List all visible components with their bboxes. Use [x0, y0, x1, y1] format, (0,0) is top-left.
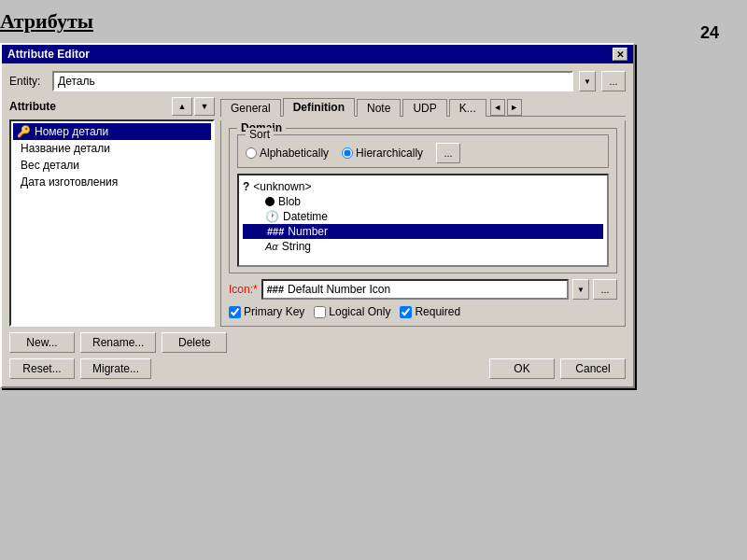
tree-item-datetime-label: Datetime [283, 210, 328, 223]
entity-row: Entity: Деталь ▼ ... [9, 71, 626, 91]
logical-only-checkbox[interactable] [314, 306, 326, 318]
tree-item-string[interactable]: Aα String [243, 239, 603, 254]
entity-label: Entity: [9, 75, 47, 88]
attribute-editor-dialog: Attribute Editor ✕ Entity: Деталь ▼ ... … [0, 43, 635, 388]
entity-value: Деталь [58, 75, 95, 88]
tab-nav-right[interactable]: ► [507, 99, 522, 116]
tree-item-blob-label: Blob [278, 195, 301, 208]
main-area: Attribute ▲ ▼ 🔑 Номер детали [9, 97, 626, 327]
icon-dropdown-button[interactable]: ▼ [572, 279, 589, 300]
sort-group: Sort Alphabetically Hierarchically [237, 134, 609, 168]
left-panel: Attribute ▲ ▼ 🔑 Номер детали [9, 97, 215, 327]
sort-hierarchically[interactable]: Hierarchically [342, 147, 423, 160]
dialog-close-button[interactable]: ✕ [613, 48, 627, 61]
sort-alpha-radio[interactable] [246, 147, 257, 159]
logical-only-checkbox-item[interactable]: Logical Only [314, 305, 390, 318]
attr-up-button[interactable]: ▲ [172, 97, 192, 116]
tabs-row: General Definition Note UDP K... ◄ ► [220, 97, 626, 117]
attr-item-1[interactable]: Название детали [13, 140, 211, 157]
reset-button[interactable]: Reset... [9, 358, 75, 379]
required-checkbox-item[interactable]: Required [400, 305, 460, 318]
dialog-titlebar: Attribute Editor ✕ [2, 45, 633, 63]
sort-ellipsis-button[interactable]: ... [436, 143, 460, 163]
attr-down-button[interactable]: ▼ [194, 97, 215, 116]
tab-general[interactable]: General [220, 99, 281, 117]
key-icon: 🔑 [17, 125, 31, 138]
attr-item-2[interactable]: Вес детали [13, 157, 211, 174]
blob-icon [265, 197, 275, 206]
tree-item-number-label: Number [288, 225, 328, 238]
icon-label: Icon:* [229, 283, 258, 296]
attribute-label: Attribute [9, 100, 56, 113]
entity-ellipsis-button[interactable]: ... [601, 71, 626, 91]
attr-item-label-3: Дата изготовления [21, 175, 118, 189]
bottom-buttons-row1: New... Rename... Delete [9, 332, 626, 353]
required-checkbox[interactable] [400, 306, 412, 318]
dialog-title: Attribute Editor [7, 48, 90, 61]
icon-ellipsis-button[interactable]: ... [593, 279, 617, 300]
primary-key-checkbox[interactable] [229, 306, 241, 318]
tree-item-number[interactable]: ### Number [243, 224, 603, 239]
datetime-icon: 🕐 [265, 210, 279, 223]
tree-item-string-label: String [282, 240, 311, 253]
attr-item-3[interactable]: Дата изготовления [13, 174, 211, 190]
number-icon: ### [267, 226, 284, 237]
question-icon: ? [243, 180, 249, 193]
attr-item-label-1: Название детали [21, 142, 110, 155]
tree-item-datetime[interactable]: 🕐 Datetime [243, 209, 603, 224]
page-number: 24 [700, 23, 719, 43]
logical-only-label: Logical Only [329, 305, 390, 318]
attr-item-label-2: Вес детали [21, 159, 79, 172]
tab-k[interactable]: K... [449, 99, 486, 117]
tab-nav-left[interactable]: ◄ [490, 99, 505, 116]
sort-label: Sort [246, 128, 274, 141]
required-label: Required [415, 305, 460, 318]
ok-button[interactable]: OK [489, 358, 555, 379]
entity-combo[interactable]: Деталь [52, 71, 573, 91]
tab-udp[interactable]: UDP [402, 99, 446, 117]
migrate-button[interactable]: Migrate... [80, 358, 151, 379]
primary-key-checkbox-item[interactable]: Primary Key [229, 305, 304, 318]
sort-hier-label: Hierarchically [356, 147, 423, 160]
icon-row: Icon:* ### Default Number Icon ▼ ... [229, 279, 617, 300]
bottom-buttons-row2: Reset... Migrate... OK Cancel [9, 358, 626, 379]
sort-alpha-label: Alphabetically [260, 147, 329, 160]
icon-hash-prefix: ### [267, 284, 284, 295]
attr-item-0[interactable]: 🔑 Номер детали [13, 123, 211, 140]
tab-content-definition: Domain Sort Alphabetically [220, 120, 626, 327]
right-panel: General Definition Note UDP K... ◄ ► Dom… [220, 97, 626, 327]
attr-item-label-0: Номер детали [35, 125, 108, 138]
tree-item-unknown[interactable]: ? <unknown> [243, 179, 603, 194]
icon-combo[interactable]: ### Default Number Icon [261, 279, 569, 300]
attribute-toolbar: ▲ ▼ [172, 97, 215, 116]
tab-note[interactable]: Note [357, 99, 401, 117]
tab-definition[interactable]: Definition [283, 98, 355, 117]
sort-hier-radio[interactable] [342, 147, 353, 159]
checkbox-row: Primary Key Logical Only Required [229, 305, 617, 318]
tree-item-blob[interactable]: Blob [243, 194, 603, 209]
domain-tree-list: ? <unknown> Blob [237, 174, 609, 267]
domain-group: Domain Sort Alphabetically [229, 128, 617, 273]
tree-item-unknown-label: <unknown> [253, 180, 311, 193]
icon-value: Default Number Icon [288, 283, 390, 296]
attribute-list: 🔑 Номер детали Название детали Вес детал… [9, 119, 215, 327]
entity-dropdown-button[interactable]: ▼ [579, 71, 596, 91]
primary-key-label: Primary Key [244, 305, 304, 318]
delete-button[interactable]: Delete [162, 332, 227, 353]
page-title: Атрибуты [0, 9, 747, 34]
string-icon: Aα [265, 241, 278, 252]
sort-radio-group: Alphabetically Hierarchically ... [246, 139, 600, 163]
dialog-body: Entity: Деталь ▼ ... Attribute ▲ ▼ [2, 63, 633, 386]
new-button[interactable]: New... [9, 332, 75, 353]
sort-alphabetically[interactable]: Alphabetically [246, 147, 329, 160]
attribute-header-row: Attribute ▲ ▼ [9, 97, 215, 116]
cancel-button[interactable]: Cancel [560, 358, 626, 379]
rename-button[interactable]: Rename... [80, 332, 156, 353]
